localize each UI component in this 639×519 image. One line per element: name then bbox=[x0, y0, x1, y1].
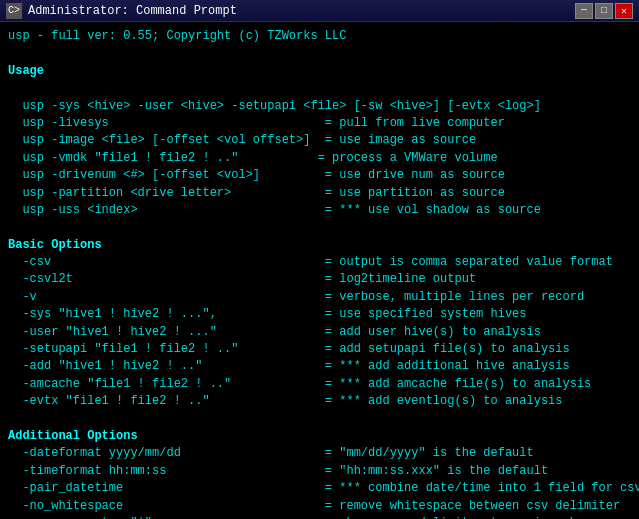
console-line: -setupapi "file1 ! file2 ! .." = add set… bbox=[8, 341, 631, 358]
console-line: -add "hive1 ! hive2 ! .." = *** add addi… bbox=[8, 358, 631, 375]
console-line: Usage bbox=[8, 63, 631, 80]
console-line: usp -livesys = pull from live computer bbox=[8, 115, 631, 132]
console-line: usp -image <file> [-offset <vol offset>]… bbox=[8, 132, 631, 149]
console-line: -csv = output is comma separated value f… bbox=[8, 254, 631, 271]
console-line: -v = verbose, multiple lines per record bbox=[8, 289, 631, 306]
window-title: Administrator: Command Prompt bbox=[28, 4, 237, 18]
console-line: usp -sys <hive> -user <hive> -setupapi <… bbox=[8, 98, 631, 115]
console-line: -sys "hive1 ! hive2 ! ...", = use specif… bbox=[8, 306, 631, 323]
console-line: usp -drivenum <#> [-offset <vol>] = use … bbox=[8, 167, 631, 184]
console-line: -pair_datetime = *** combine date/time i… bbox=[8, 480, 631, 497]
console-line: -evtx "file1 ! file2 ! .." = *** add eve… bbox=[8, 393, 631, 410]
title-bar-left: C> Administrator: Command Prompt bbox=[6, 3, 237, 19]
cmd-icon: C> bbox=[6, 3, 22, 19]
console-line: -timeformat hh:mm:ss = "hh:mm:ss.xxx" is… bbox=[8, 463, 631, 480]
minimize-button[interactable]: ─ bbox=[575, 3, 593, 19]
console-line bbox=[8, 80, 631, 97]
console-line: usp - full ver: 0.55; Copyright (c) TZWo… bbox=[8, 28, 631, 45]
console-line: -amcache "file1 ! file2 ! .." = *** add … bbox=[8, 376, 631, 393]
console-output: usp - full ver: 0.55; Copyright (c) TZWo… bbox=[0, 22, 639, 519]
console-line: -no_whitespace = remove whitespace betwe… bbox=[8, 498, 631, 515]
console-line: -user "hive1 ! hive2 ! ..." = add user h… bbox=[8, 324, 631, 341]
console-line bbox=[8, 219, 631, 236]
console-line: Basic Options bbox=[8, 237, 631, 254]
console-line: -dateformat yyyy/mm/dd = "mm/dd/yyyy" is… bbox=[8, 445, 631, 462]
window-controls: ─ □ ✕ bbox=[575, 3, 633, 19]
close-button[interactable]: ✕ bbox=[615, 3, 633, 19]
console-line: -csvl2t = log2timeline output bbox=[8, 271, 631, 288]
console-line: -csv_separator "|" = change csv delimite… bbox=[8, 515, 631, 519]
console-line: usp -vmdk "file1 ! file2 ! .." = process… bbox=[8, 150, 631, 167]
console-line bbox=[8, 411, 631, 428]
console-line: usp -uss <index> = *** use vol shadow as… bbox=[8, 202, 631, 219]
console-line: Additional Options bbox=[8, 428, 631, 445]
console-line bbox=[8, 45, 631, 62]
title-bar: C> Administrator: Command Prompt ─ □ ✕ bbox=[0, 0, 639, 22]
console-line: usp -partition <drive letter> = use part… bbox=[8, 185, 631, 202]
maximize-button[interactable]: □ bbox=[595, 3, 613, 19]
